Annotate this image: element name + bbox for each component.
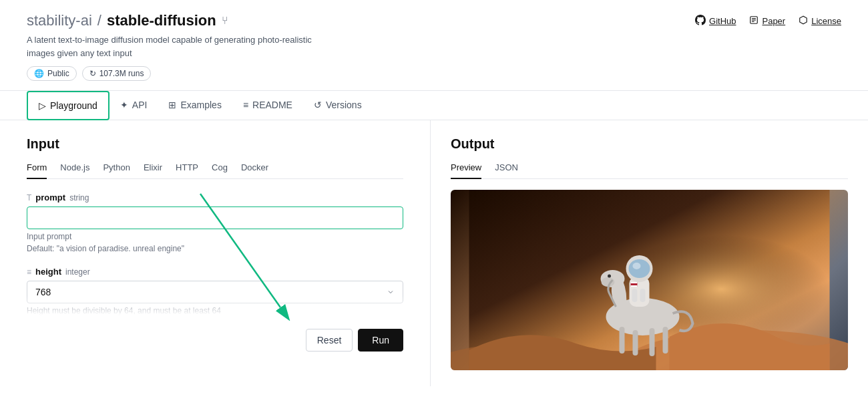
repo-name: stable-diffusion: [107, 12, 216, 29]
sub-tab-form[interactable]: Form: [27, 162, 47, 179]
svg-rect-12: [633, 330, 638, 356]
svg-rect-11: [620, 327, 625, 354]
svg-rect-13: [650, 328, 655, 356]
tab-examples-label: Examples: [180, 100, 221, 110]
height-select[interactable]: 768 512 256 1024: [27, 281, 403, 303]
playground-icon: ▷: [39, 100, 46, 111]
input-panel: Input Form Node.js Python Elixir HTTP Co…: [0, 120, 431, 386]
sub-tab-python[interactable]: Python: [103, 162, 130, 179]
prompt-hint1: Input prompt: [27, 232, 403, 241]
svg-rect-14: [663, 327, 668, 354]
sub-tab-http[interactable]: HTTP: [176, 162, 198, 179]
tab-versions-label: Versions: [326, 100, 362, 110]
github-link[interactable]: GitHub: [695, 15, 736, 27]
prompt-input[interactable]: [27, 206, 403, 229]
height-type-icon: ≡: [27, 267, 31, 277]
prompt-field-group: T prompt string Input prompt Default: "a…: [27, 192, 403, 253]
versions-icon: ↺: [314, 100, 322, 110]
badge-runs[interactable]: ↻ 107.3M runs: [82, 66, 152, 81]
fork-icon[interactable]: ⑂: [222, 15, 228, 27]
action-buttons: Reset Run: [27, 329, 403, 352]
sub-tab-elixir[interactable]: Elixir: [144, 162, 162, 179]
badge-public-label: Public: [47, 69, 69, 78]
page-wrapper: stability-ai / stable-diffusion ⑂ A late…: [0, 0, 868, 386]
svg-rect-25: [631, 282, 638, 283]
tab-versions[interactable]: ↺ Versions: [303, 92, 373, 120]
header-right: GitHub Paper License: [695, 12, 841, 27]
output-sub-tabs: Preview JSON: [451, 162, 848, 179]
tabs-bar: ▷ Playground ✦ API ⊞ Examples ≡ README ↺…: [0, 91, 868, 120]
tab-playground[interactable]: ▷ Playground: [27, 91, 110, 120]
globe-icon: 🌐: [34, 69, 44, 78]
tab-api[interactable]: ✦ API: [110, 92, 158, 120]
height-type: integer: [65, 267, 90, 277]
sub-tab-cog[interactable]: Cog: [212, 162, 228, 179]
run-button[interactable]: Run: [358, 329, 403, 352]
tab-readme-label: README: [252, 100, 292, 110]
height-name: height: [35, 267, 61, 277]
paper-label: Paper: [762, 16, 785, 26]
tab-examples[interactable]: ⊞ Examples: [158, 92, 232, 120]
header: stability-ai / stable-diffusion ⑂ A late…: [0, 0, 868, 91]
badges: 🌐 Public ↻ 107.3M runs: [27, 66, 312, 81]
reset-button[interactable]: Reset: [306, 329, 353, 352]
badge-public[interactable]: 🌐 Public: [27, 66, 77, 81]
svg-point-20: [629, 259, 650, 278]
repo-title: stability-ai / stable-diffusion ⑂: [27, 12, 312, 29]
output-panel: Output Preview JSON: [431, 120, 868, 386]
input-title: Input: [27, 136, 403, 152]
height-label: ≡ height integer: [27, 267, 403, 277]
tab-api-label: API: [132, 100, 148, 110]
prompt-hint2: Default: "a vision of paradise. unreal e…: [27, 244, 403, 253]
api-icon: ✦: [120, 100, 128, 110]
output-image: [451, 190, 848, 370]
paper-icon: [749, 15, 758, 27]
license-link[interactable]: License: [799, 15, 841, 27]
svg-rect-22: [632, 289, 638, 302]
svg-rect-23: [640, 289, 646, 302]
examples-icon: ⊞: [168, 100, 176, 110]
svg-rect-26: [631, 285, 638, 287]
svg-point-21: [633, 263, 641, 269]
svg-point-17: [608, 275, 611, 278]
height-field-group: ≡ height integer 768 512 256 1024 Height…: [27, 267, 403, 315]
repo-separator: /: [97, 12, 101, 29]
prompt-type: string: [69, 193, 89, 202]
license-label: License: [811, 16, 841, 26]
github-label: GitHub: [709, 16, 736, 26]
sub-tab-docker[interactable]: Docker: [241, 162, 268, 179]
repo-description: A latent text-to-image diffusion model c…: [27, 33, 312, 59]
sub-tab-nodejs[interactable]: Node.js: [60, 162, 89, 179]
paper-link[interactable]: Paper: [749, 15, 785, 27]
output-title: Output: [451, 136, 848, 152]
tab-playground-label: Playground: [50, 100, 97, 111]
runs-icon: ↻: [89, 69, 96, 78]
tab-readme[interactable]: ≡ README: [232, 92, 303, 120]
main-content: Input Form Node.js Python Elixir HTTP Co…: [0, 120, 868, 386]
header-left: stability-ai / stable-diffusion ⑂ A late…: [27, 12, 312, 81]
output-image-svg: [451, 190, 848, 370]
output-tab-preview[interactable]: Preview: [451, 162, 481, 179]
prompt-type-icon: T: [27, 193, 31, 202]
license-icon: [799, 15, 808, 27]
prompt-name: prompt: [35, 192, 65, 202]
output-tab-json[interactable]: JSON: [495, 162, 518, 179]
badge-runs-label: 107.3M runs: [99, 69, 144, 78]
readme-icon: ≡: [243, 100, 248, 110]
input-sub-tabs: Form Node.js Python Elixir HTTP Cog Dock…: [27, 162, 403, 179]
height-hint: Height must be divisible by 64, and must…: [27, 306, 403, 315]
prompt-label: T prompt string: [27, 192, 403, 202]
github-icon: [695, 15, 706, 27]
repo-org: stability-ai: [27, 12, 92, 29]
